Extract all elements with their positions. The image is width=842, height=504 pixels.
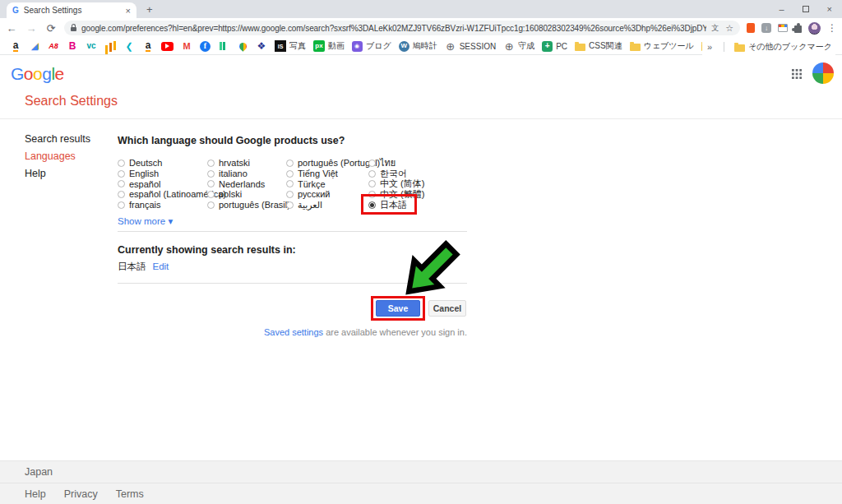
radio-icon[interactable] — [118, 191, 125, 198]
folder-icon — [734, 44, 745, 52]
radio-icon[interactable] — [286, 180, 294, 187]
language-radio-option[interactable]: polski — [207, 189, 290, 200]
bookmark-item[interactable]: 写真 — [271, 40, 309, 52]
footer-link[interactable]: Help — [25, 488, 46, 500]
chrome-menu-icon[interactable]: ⋮ — [827, 22, 837, 34]
current-language-value: 日本語 — [118, 261, 146, 271]
adsense-icon — [29, 40, 40, 52]
bookmark-item[interactable]: SESSION — [442, 40, 499, 52]
google-logo[interactable]: Google — [11, 64, 64, 84]
valuecommerce-icon — [86, 40, 97, 52]
footer-region-band: Japan — [0, 460, 842, 483]
back-icon[interactable]: ← — [5, 22, 18, 35]
bookmark-item[interactable] — [120, 40, 138, 52]
url-text[interactable]: google.com/preferences?hl=en&prev=https:… — [81, 24, 706, 33]
bookmark-item[interactable] — [178, 40, 196, 52]
extension-orange-icon[interactable] — [747, 23, 755, 33]
radio-icon[interactable] — [118, 180, 125, 187]
globe-icon — [445, 40, 456, 52]
bookmark-item[interactable]: 守成 — [500, 40, 538, 52]
account-avatar[interactable] — [812, 62, 834, 84]
page-title: Search Settings — [25, 94, 118, 109]
radio-icon[interactable] — [368, 170, 376, 178]
bookmark-item[interactable]: 動画 — [310, 40, 348, 52]
edit-link[interactable]: Edit — [153, 261, 169, 271]
language-radio-option[interactable]: italiano — [207, 169, 290, 179]
language-radio-option[interactable]: português (Portugal) — [286, 158, 380, 169]
maps-pin-icon — [237, 40, 248, 52]
bookmark-star-icon[interactable]: ☆ — [725, 23, 733, 34]
tab-title: Search Settings — [24, 6, 121, 15]
radio-icon[interactable] — [207, 191, 215, 198]
bookmark-item[interactable] — [158, 42, 177, 51]
address-bar[interactable]: google.com/preferences?hl=en&prev=https:… — [64, 21, 740, 35]
radio-icon[interactable] — [286, 170, 294, 178]
sidebar-item[interactable]: Search results — [25, 134, 90, 145]
radio-icon[interactable] — [207, 170, 215, 178]
language-radio-option[interactable]: Tiếng Việt — [286, 169, 380, 179]
browser-tab[interactable]: G Search Settings × — [7, 2, 136, 18]
bookmark-item[interactable]: 鳩時計 — [396, 40, 441, 52]
footer-link[interactable]: Terms — [116, 488, 144, 500]
translate-icon[interactable]: 文 — [711, 23, 719, 34]
bookmark-item[interactable]: PC — [539, 41, 571, 52]
sidebar-item[interactable]: Help — [25, 169, 90, 179]
japanese-highlight-annotation — [361, 194, 417, 215]
radio-icon[interactable] — [286, 191, 294, 198]
radio-icon[interactable] — [368, 160, 376, 167]
language-radio-option[interactable]: português (Brasil) — [207, 200, 290, 210]
bookmark-item[interactable] — [7, 40, 25, 52]
language-radio-option[interactable]: Nederlands — [207, 178, 290, 189]
footer-links-band: Help Privacy Terms — [0, 483, 842, 504]
bookmark-item[interactable]: ウェブツール — [627, 40, 697, 52]
tab-close-icon[interactable]: × — [126, 6, 131, 16]
bookmark-item[interactable] — [82, 40, 100, 52]
footer-link[interactable]: Privacy — [64, 488, 98, 500]
robot-icon — [352, 41, 363, 52]
radio-icon[interactable] — [207, 160, 215, 167]
reload-icon[interactable]: ⟳ — [44, 22, 58, 35]
google-apps-grid-icon[interactable] — [791, 68, 802, 79]
other-bookmarks-button[interactable]: その他のブックマーク — [731, 41, 835, 53]
bookmark-item[interactable] — [44, 40, 62, 52]
bookmarks-overflow-chevron[interactable]: » — [702, 42, 717, 52]
radio-icon[interactable] — [118, 160, 125, 167]
sidebar-item[interactable]: Languages — [25, 151, 90, 162]
bookmark-item[interactable] — [63, 40, 81, 52]
bookmark-item[interactable] — [234, 40, 252, 52]
green-bars-icon — [218, 40, 229, 52]
green-arrow-annotation — [398, 232, 462, 317]
radio-icon[interactable] — [286, 201, 294, 209]
b-icon — [67, 40, 78, 52]
radio-icon[interactable] — [207, 180, 215, 187]
browser-profile-avatar[interactable] — [808, 22, 821, 35]
saved-settings-link[interactable]: Saved settings — [264, 327, 323, 337]
bookmarks-separator — [724, 42, 724, 52]
download-extension-icon[interactable]: ↓ — [761, 23, 771, 33]
analytics-icon — [104, 40, 116, 52]
show-more-link[interactable]: Show more ▾ — [118, 215, 173, 227]
maximize-button[interactable] — [803, 6, 809, 12]
radio-icon[interactable] — [118, 170, 125, 178]
window-extension-icon[interactable] — [778, 24, 788, 32]
minimize-button[interactable]: – — [779, 5, 784, 14]
radio-icon[interactable] — [368, 180, 376, 187]
radio-icon[interactable] — [118, 201, 125, 209]
radio-icon[interactable] — [207, 201, 215, 209]
bookmark-item[interactable] — [101, 40, 119, 52]
language-radio-option[interactable]: hrvatski — [207, 158, 290, 169]
new-tab-button[interactable]: + — [146, 3, 153, 16]
bookmark-item[interactable] — [252, 40, 271, 52]
window-close-button[interactable]: × — [827, 5, 832, 14]
bookmark-item[interactable] — [25, 40, 44, 52]
bookmark-item[interactable]: CSS関連 — [571, 40, 626, 52]
footer-region: Japan — [25, 466, 53, 478]
language-radio-option[interactable]: Türkçe — [286, 178, 380, 189]
radio-icon[interactable] — [286, 160, 294, 167]
bookmark-item[interactable] — [215, 40, 233, 52]
settings-sidebar: Search results Languages Help — [25, 134, 90, 179]
extensions-puzzle-icon[interactable] — [794, 25, 802, 33]
bookmark-item[interactable] — [197, 41, 214, 52]
bookmark-item[interactable]: ブログ — [349, 40, 395, 52]
bookmark-item[interactable] — [139, 40, 157, 52]
